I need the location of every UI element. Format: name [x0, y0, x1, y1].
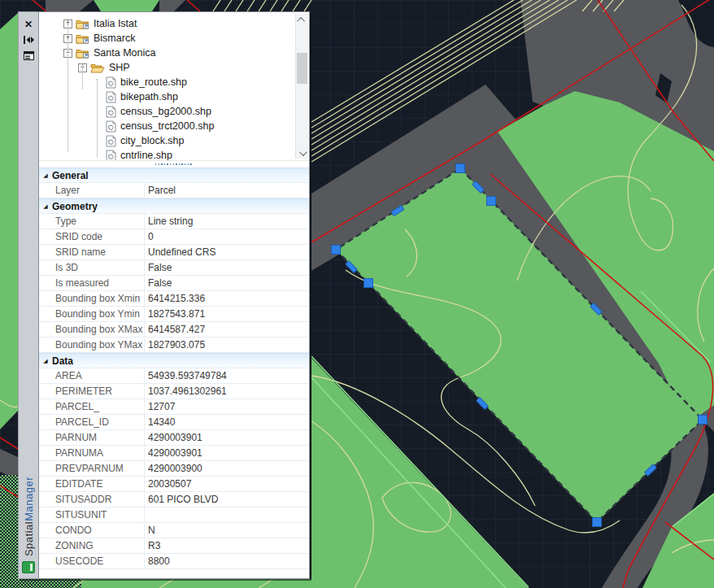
property-label: PERIMETER	[39, 385, 144, 397]
tree-item-census-bg2000-shp[interactable]: census_bg2000.shp	[39, 104, 309, 119]
spatial-manager-logo-icon	[22, 561, 35, 573]
tree-item-city-block-shp[interactable]: city_block.shp	[39, 133, 309, 148]
collapse-triangle-icon[interactable]: ◢	[39, 358, 52, 364]
property-row[interactable]: SRID code 0	[39, 229, 309, 245]
property-row[interactable]: Bounding box YMax 1827903.075	[39, 338, 309, 353]
tree-item-census-trct2000-shp[interactable]: census_trct2000.shp	[39, 119, 309, 133]
property-value: 601 PICO BLVD	[144, 492, 309, 507]
property-label: AREA	[39, 370, 144, 381]
property-row[interactable]: Bounding box Xmin 6414215.336	[39, 291, 309, 307]
section-title: General	[52, 170, 89, 181]
property-row[interactable]: USECODE 8800	[39, 554, 309, 569]
property-label: SRID name	[39, 246, 144, 258]
property-row[interactable]: Bounding box XMax 6414587.427	[39, 322, 309, 338]
property-row[interactable]: Is 3D False	[39, 260, 309, 276]
property-grid: ◢ General Layer Parcel ◢ Geometry Type L…	[39, 168, 309, 578]
tree-item-label: Bismarck	[94, 33, 135, 44]
property-row[interactable]: EDITDATE 20030507	[39, 477, 309, 492]
tree-item-label: bike_route.shp	[120, 76, 187, 88]
tree-item-shp-folder[interactable]: − SHP	[39, 60, 309, 75]
tree-item-bismarck[interactable]: + Bismarck	[39, 31, 309, 46]
property-row[interactable]: Type Line string	[39, 214, 309, 229]
property-row[interactable]: ZONING R3	[39, 538, 309, 554]
property-value: 1037.4961302961	[144, 384, 309, 399]
property-row[interactable]: Bounding box Ymin 1827543.871	[39, 307, 309, 322]
property-value: Line string	[144, 214, 309, 229]
tree-item-label: Santa Monica	[94, 47, 155, 59]
collapse-triangle-icon[interactable]: ◢	[39, 172, 52, 178]
property-row[interactable]: PREVPARNUM 4290003900	[39, 461, 309, 477]
property-label: Type	[39, 216, 144, 227]
property-value: 4290003901	[144, 446, 309, 460]
section-header-geometry[interactable]: ◢ Geometry	[39, 198, 309, 214]
property-value: 1827543.871	[144, 307, 309, 321]
property-label: PARNUMA	[39, 447, 144, 459]
property-label: Is measured	[39, 277, 144, 289]
grip-vertex	[332, 246, 341, 255]
collapse-triangle-icon[interactable]: ◢	[39, 203, 52, 209]
linked-folder-icon	[76, 33, 89, 44]
property-row[interactable]: PARCEL_ID 14340	[39, 415, 309, 430]
property-row[interactable]: AREA 54939.593749784	[39, 368, 309, 384]
property-label: Is 3D	[39, 262, 144, 273]
property-label: PREVPARNUM	[39, 463, 144, 474]
property-label: Bounding box XMax	[39, 324, 144, 335]
property-value: 4290003900	[144, 461, 309, 476]
panel-splitter[interactable]	[39, 160, 309, 168]
grip-vertex	[699, 416, 707, 425]
property-row[interactable]: Layer Parcel	[39, 183, 309, 198]
property-label: PARCEL_ID	[39, 416, 144, 428]
shapefile-icon	[106, 120, 116, 133]
property-row[interactable]: PARCEL_ 12707	[39, 399, 309, 415]
tree-scrollbar[interactable]	[295, 14, 308, 159]
property-value: 14340	[144, 415, 309, 429]
linked-folder-icon	[76, 48, 89, 59]
linked-folder-icon	[76, 19, 89, 29]
tree-item-label: Italia Istat	[94, 18, 137, 29]
tree-item-cntrline-shp[interactable]: cntrline.shp	[39, 148, 309, 160]
property-row[interactable]: PARNUM 4290003901	[39, 430, 309, 446]
tree-item-bikepath-shp[interactable]: bikepath.shp	[39, 89, 309, 104]
property-value: 12707	[144, 399, 309, 414]
auto-hide-icon[interactable]	[23, 34, 35, 46]
property-row[interactable]: PARNUMA 4290003901	[39, 446, 309, 461]
property-row[interactable]: SRID name Undefined CRS	[39, 245, 309, 260]
scroll-thumb[interactable]	[297, 53, 307, 84]
panel-properties-icon[interactable]	[23, 50, 35, 61]
shapefile-icon	[106, 135, 116, 147]
property-label: Bounding box YMax	[39, 339, 144, 351]
property-label: SITUSADDR	[39, 494, 144, 505]
property-value: R3	[144, 538, 309, 553]
section-header-data[interactable]: ◢ Data	[39, 353, 309, 368]
close-panel-button[interactable]: ✕	[23, 19, 35, 30]
tree-guide-line	[97, 79, 98, 157]
property-label: SITUSUNIT	[39, 509, 144, 520]
property-row[interactable]: SITUSUNIT	[39, 507, 309, 523]
property-row[interactable]: Is measured False	[39, 276, 309, 291]
tree-guide-line	[82, 64, 83, 89]
panel-title: SpatialManager	[23, 477, 35, 556]
property-label: ZONING	[39, 540, 144, 551]
property-row[interactable]: SITUSADDR 601 PICO BLVD	[39, 492, 309, 507]
panel-title-bar: ✕ SpatialManager	[18, 11, 38, 579]
property-label: Bounding box Xmin	[39, 293, 144, 304]
section-header-general[interactable]: ◢ General	[39, 168, 309, 183]
property-value: False	[144, 260, 309, 275]
scroll-down-button[interactable]	[296, 147, 308, 159]
scroll-up-button[interactable]	[296, 14, 308, 25]
property-row[interactable]: PERIMETER 1037.4961302961	[39, 384, 309, 399]
tree-item-bike-route-shp[interactable]: bike_route.shp	[39, 75, 309, 89]
section-title: Geometry	[52, 201, 98, 212]
shapefile-icon	[106, 76, 116, 89]
application-window: ✕ SpatialManager	[0, 0, 714, 588]
property-value: Undefined CRS	[144, 245, 309, 259]
property-value: 8800	[144, 554, 309, 568]
connections-tree: + Italia Istat +	[39, 12, 309, 160]
property-label: PARCEL_	[39, 401, 144, 412]
property-row[interactable]: CONDO N	[39, 523, 309, 538]
property-value: N	[144, 523, 309, 538]
open-folder-icon	[90, 63, 105, 73]
tree-item-italia-istat[interactable]: + Italia Istat	[39, 16, 309, 31]
property-label: PARNUM	[39, 432, 144, 443]
tree-item-santa-monica[interactable]: − Santa Monica	[39, 46, 309, 60]
